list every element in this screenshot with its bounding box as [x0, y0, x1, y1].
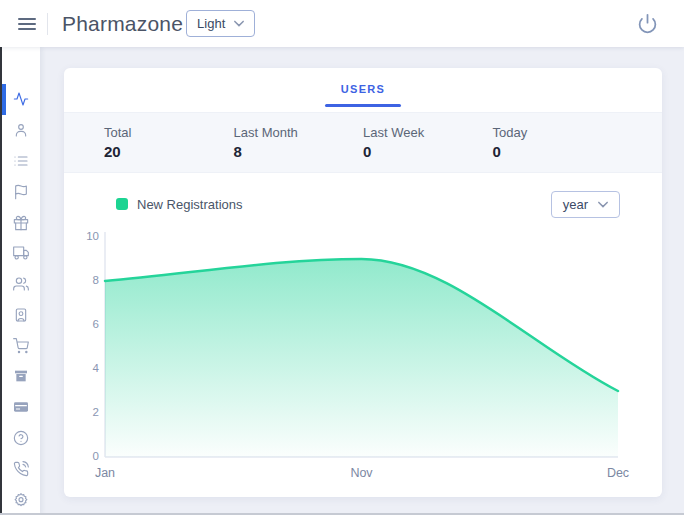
- legend-label: New Registrations: [137, 197, 243, 212]
- stat-label: Today: [493, 125, 623, 140]
- stat-total: Total 20: [104, 125, 234, 160]
- sidebar-item-list[interactable]: [2, 146, 40, 177]
- contact-badge-icon: [13, 307, 29, 323]
- x-axis-tick: Nov: [350, 466, 372, 480]
- stats-row: Total 20 Last Month 8 Last Week 0 Today …: [64, 112, 662, 173]
- badge-icon: [13, 492, 29, 508]
- truck-icon: [13, 245, 29, 261]
- y-axis-tick: 10: [82, 230, 99, 242]
- tab-users[interactable]: USERS: [325, 83, 401, 112]
- sidebar-item-help[interactable]: [2, 423, 40, 454]
- app-window: Pharmazone Light: [0, 0, 684, 515]
- stat-label: Last Month: [234, 125, 364, 140]
- tab-users-label: USERS: [341, 83, 385, 95]
- help-icon: [13, 430, 29, 446]
- x-axis-tick: Dec: [607, 466, 629, 480]
- users-card: USERS Total 20 Last Month 8 Last Week: [64, 68, 662, 497]
- stat-value: 0: [493, 143, 623, 160]
- stat-last-month: Last Month 8: [234, 125, 364, 160]
- logout-button[interactable]: [637, 13, 658, 34]
- range-dropdown-value: year: [563, 197, 588, 212]
- stat-last-week: Last Week 0: [363, 125, 493, 160]
- range-dropdown[interactable]: year: [551, 191, 620, 218]
- y-axis-tick: 4: [82, 362, 99, 374]
- area-chart: 0246810JanNovDec: [82, 229, 619, 481]
- theme-dropdown-value: Light: [197, 16, 225, 31]
- gift-icon: [13, 215, 29, 231]
- y-axis-tick: 0: [82, 450, 99, 462]
- activity-icon: [13, 91, 29, 107]
- main-content: USERS Total 20 Last Month 8 Last Week: [40, 47, 684, 515]
- list-icon: [13, 153, 29, 169]
- sidebar-item-users[interactable]: [2, 269, 40, 300]
- stat-today: Today 0: [493, 125, 623, 160]
- app-title: Pharmazone: [62, 12, 183, 36]
- header-divider: [47, 13, 48, 35]
- chart-legend: New Registrations: [116, 197, 243, 212]
- top-bar: Pharmazone Light: [0, 0, 684, 47]
- y-axis-tick: 2: [82, 406, 99, 418]
- package-icon: [13, 368, 29, 384]
- legend-swatch-icon: [116, 198, 128, 210]
- sidebar-item-package[interactable]: [2, 361, 40, 392]
- chart-header: New Registrations year: [64, 189, 662, 219]
- y-axis-tick: 8: [82, 274, 99, 286]
- sidebar-item-contact-us[interactable]: [2, 453, 40, 484]
- menu-button[interactable]: [18, 17, 36, 31]
- sidebar-item-activity[interactable]: [2, 84, 40, 115]
- stat-value: 20: [104, 143, 234, 160]
- sidebar-item-gift[interactable]: [2, 207, 40, 238]
- stat-value: 8: [234, 143, 364, 160]
- chart-canvas: [82, 229, 619, 481]
- users-icon: [13, 276, 29, 292]
- sidebar-item-truck[interactable]: [2, 238, 40, 269]
- stat-label: Total: [104, 125, 234, 140]
- sidebar-item-flag[interactable]: [2, 176, 40, 207]
- sidebar-item-cart[interactable]: [2, 330, 40, 361]
- sidebar-item-payments[interactable]: [2, 392, 40, 423]
- theme-dropdown[interactable]: Light: [186, 10, 255, 37]
- stat-value: 0: [363, 143, 493, 160]
- cart-icon: [13, 338, 29, 354]
- tab-active-underline: [325, 104, 401, 107]
- credit-card-icon: [13, 399, 29, 415]
- x-axis-tick: Jan: [95, 466, 115, 480]
- sidebar-item-user[interactable]: [2, 115, 40, 146]
- sidebar-item-contact[interactable]: [2, 299, 40, 330]
- chart-area-fill: [105, 259, 618, 457]
- sidebar: [2, 47, 40, 515]
- phone-icon: [13, 461, 29, 477]
- chevron-down-icon: [234, 20, 244, 27]
- tabs-row: USERS: [64, 68, 662, 112]
- menu-icon: [18, 17, 36, 31]
- y-axis-tick: 6: [82, 318, 99, 330]
- chevron-down-icon: [598, 201, 608, 208]
- flag-icon: [13, 184, 29, 200]
- power-icon: [637, 13, 658, 34]
- sidebar-item-rewards[interactable]: [2, 484, 40, 515]
- stat-label: Last Week: [363, 125, 493, 140]
- user-icon: [13, 122, 29, 138]
